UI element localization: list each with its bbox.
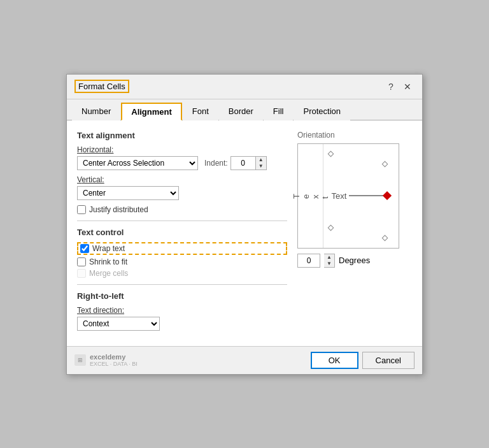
shrink-to-fit-row: Shrink to fit (77, 257, 287, 266)
watermark-sub: EXCEL · DATA · BI (90, 361, 138, 367)
tab-fill[interactable]: Fill (264, 103, 294, 120)
tab-bar: Number Alignment Font Border Fill Protec… (67, 99, 422, 120)
indent-up-button[interactable]: ▲ (256, 157, 266, 163)
justify-distributed-row: Justify distributed (77, 205, 287, 214)
indent-down-button[interactable]: ▼ (256, 163, 266, 170)
degrees-down-button[interactable]: ▼ (324, 261, 334, 267)
merge-cells-label: Merge cells (89, 269, 128, 278)
text-control-title: Text control (77, 228, 287, 237)
shrink-to-fit-label: Shrink to fit (89, 257, 127, 266)
tab-font[interactable]: Font (183, 103, 218, 120)
shrink-to-fit-checkbox[interactable] (77, 257, 86, 266)
text-direction-group: Text direction: Context Left-to-Right Ri… (77, 306, 287, 331)
tab-content: Text alignment Horizontal: Center Across… (67, 120, 422, 346)
orientation-line-bar (349, 195, 387, 196)
horizontal-group: Horizontal: Center Across Selection Gene… (77, 145, 287, 170)
indent-box: Indent: ▲ ▼ (204, 156, 267, 170)
horizontal-row: Center Across Selection General Left (In… (77, 156, 287, 170)
close-button[interactable]: ✕ (400, 80, 415, 94)
degrees-row: ▲ ▼ Degrees (297, 254, 412, 268)
dialog-title: Format Cells (74, 80, 129, 93)
footer-buttons: OK Cancel (311, 352, 415, 369)
text-alignment-title: Text alignment (77, 131, 287, 140)
horizontal-underline-char: H (77, 145, 83, 154)
watermark-content: exceldemy EXCEL · DATA · BI (90, 353, 138, 367)
tab-border[interactable]: Border (219, 103, 263, 120)
indent-spinner: ▲ ▼ (230, 156, 267, 170)
watermark-icon: ⊞ (74, 354, 86, 366)
left-panel: Text alignment Horizontal: Center Across… (77, 131, 287, 336)
orientation-label: Orientation (297, 131, 412, 140)
help-button[interactable]: ? (384, 80, 398, 94)
cancel-button[interactable]: Cancel (362, 352, 415, 369)
title-bar-controls: ? ✕ (384, 80, 415, 94)
degrees-input[interactable] (297, 254, 320, 268)
tab-number[interactable]: Number (72, 103, 120, 120)
vertical-group: Vertical: Center Top Bottom Justify Dist… (77, 175, 287, 200)
merge-cells-checkbox[interactable] (77, 269, 86, 278)
format-cells-dialog: Format Cells ? ✕ Number Alignment Font B… (66, 74, 423, 375)
degrees-label: Degrees (339, 256, 370, 265)
divider-1 (77, 220, 287, 221)
horizontal-text-area: Text (323, 144, 399, 248)
indent-label: Indent: (204, 159, 228, 168)
wrap-text-row: Wrap text (77, 242, 287, 255)
right-panel: Orientation Text Text (297, 131, 412, 336)
justify-distributed-checkbox[interactable] (77, 205, 86, 214)
wrap-text-checkbox[interactable] (80, 244, 89, 253)
right-to-left-title: Right-to-left (77, 291, 287, 301)
tab-protection[interactable]: Protection (294, 103, 350, 120)
orientation-red-diamond[interactable] (383, 191, 392, 200)
watermark-brand: exceldemy (90, 353, 138, 361)
orientation-text-line: Text (332, 191, 391, 201)
justify-distributed-label: Justify distributed (89, 205, 148, 214)
divider-2 (77, 284, 287, 285)
title-bar-left: Format Cells (74, 80, 129, 93)
wrap-text-label: Wrap text (92, 244, 125, 253)
vertical-select[interactable]: Center Top Bottom Justify Distributed (77, 186, 179, 200)
text-direction-select[interactable]: Context Left-to-Right Right-to-Left (77, 317, 160, 331)
vertical-label: Vertical: (77, 175, 287, 184)
orientation-text-label: Text (332, 191, 347, 201)
footer: ⊞ exceldemy EXCEL · DATA · BI OK Cancel (67, 346, 422, 374)
indent-input[interactable] (230, 156, 256, 170)
degrees-spinner-btns: ▲ ▼ (324, 254, 335, 268)
horizontal-select[interactable]: Center Across Selection General Left (In… (77, 156, 198, 170)
title-bar: Format Cells ? ✕ (67, 75, 422, 99)
orientation-box: Text Text (297, 143, 399, 249)
watermark: ⊞ exceldemy EXCEL · DATA · BI (74, 353, 138, 367)
vertical-text-column: Text (298, 144, 323, 248)
spinner-buttons: ▲ ▼ (256, 156, 267, 170)
tab-alignment[interactable]: Alignment (121, 103, 182, 120)
merge-cells-row: Merge cells (77, 269, 287, 278)
horizontal-label: Horizontal: (77, 145, 287, 154)
text-direction-label: Text direction: (77, 306, 287, 315)
ok-button[interactable]: OK (311, 352, 358, 369)
degrees-up-button[interactable]: ▲ (324, 254, 334, 261)
